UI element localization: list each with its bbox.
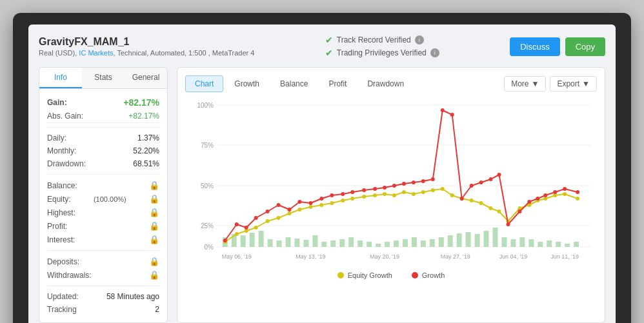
svg-text:Jun 11, '19: Jun 11, '19 [550, 253, 579, 260]
svg-text:75%: 75% [201, 142, 214, 149]
svg-point-105 [362, 188, 366, 192]
svg-text:May 13, '19: May 13, '19 [296, 253, 325, 260]
svg-point-63 [297, 208, 301, 211]
chart-container: 100% 75% 50% 25% 0% May 06, '19 May 13, … [185, 99, 597, 279]
withdrawals-row: Withdrawals: 🔒 [47, 268, 159, 282]
account-title: GravityFX_MAM_1 [39, 36, 254, 48]
legend-growth: Growth [412, 271, 445, 279]
tab-general[interactable]: General [125, 68, 167, 88]
monthly-row: Monthly: 52.20% [47, 144, 159, 157]
copy-button[interactable]: Copy [565, 37, 605, 56]
header-left: GravityFX_MAM_1 Real (USD), IC Markets, … [39, 36, 254, 57]
chart-tabs-row: Chart Growth Balance Profit Drawdown Mor… [185, 75, 597, 92]
svg-point-107 [383, 186, 387, 190]
svg-rect-22 [277, 240, 282, 247]
svg-point-94 [245, 226, 248, 230]
svg-rect-24 [294, 239, 299, 247]
chart-tab-chart[interactable]: Chart [185, 75, 223, 92]
equity-label: Equity: [47, 195, 71, 204]
svg-rect-34 [385, 242, 390, 247]
svg-rect-45 [484, 231, 489, 247]
svg-rect-44 [475, 234, 480, 247]
ic-markets-link[interactable]: IC Markets [79, 49, 113, 57]
svg-rect-43 [466, 232, 471, 247]
info-icon-track[interactable]: i [415, 35, 424, 44]
more-chevron-icon: ▼ [532, 79, 539, 88]
svg-point-102 [330, 193, 334, 197]
chart-svg: 100% 75% 50% 25% 0% May 06, '19 May 13, … [185, 99, 597, 266]
svg-rect-31 [357, 240, 363, 247]
svg-point-92 [223, 239, 227, 242]
svg-point-125 [553, 190, 557, 194]
daily-value: 1.37% [137, 133, 159, 142]
left-panel: Info Stats General Gain: +82.17% Abs. Ga… [39, 67, 168, 323]
svg-rect-54 [565, 244, 570, 247]
deposits-lock-icon: 🔒 [149, 257, 159, 266]
svg-rect-21 [268, 239, 273, 247]
svg-point-82 [489, 206, 493, 210]
laptop-frame: GravityFX_MAM_1 Real (USD), IC Markets, … [13, 13, 631, 323]
chart-tab-balance[interactable]: Balance [270, 75, 317, 92]
svg-point-69 [362, 195, 366, 199]
svg-rect-27 [321, 242, 327, 247]
info-icon-trading[interactable]: i [430, 48, 439, 57]
updated-row: Updated: 58 Minutes ago [47, 290, 159, 303]
track-record-label: Track Record Verified [337, 35, 411, 44]
equity-growth-label: Equity Growth [348, 271, 392, 279]
svg-text:May 20, '19: May 20, '19 [370, 253, 399, 260]
svg-rect-36 [403, 239, 408, 247]
svg-point-110 [412, 181, 416, 184]
svg-point-77 [441, 187, 445, 191]
tab-stats[interactable]: Stats [82, 68, 125, 88]
svg-text:0%: 0% [204, 244, 214, 251]
track-record-verified: ✔ Track Record Verified i [325, 35, 439, 45]
trading-privileges-label: Trading Privileges Verified [337, 48, 427, 57]
svg-point-126 [563, 187, 567, 191]
balance-row: Balance: 🔒 [47, 179, 159, 192]
tracking-label: Tracking [47, 305, 77, 314]
gain-value: +82.17% [123, 97, 159, 108]
daily-label: Daily: [47, 133, 66, 142]
chart-tab-growth[interactable]: Growth [225, 75, 269, 92]
interest-label: Interest: [47, 235, 75, 244]
svg-rect-35 [394, 240, 399, 247]
svg-point-61 [277, 216, 281, 220]
svg-point-90 [563, 192, 567, 196]
svg-point-112 [431, 177, 435, 181]
svg-point-97 [277, 203, 281, 207]
svg-rect-50 [528, 239, 534, 247]
drawdown-value: 68.51% [133, 159, 159, 168]
svg-point-124 [543, 193, 547, 197]
svg-text:Jun 04, '19: Jun 04, '19 [499, 253, 528, 260]
svg-point-72 [392, 193, 396, 197]
equity-row: Equity: (100.00%) 🔒 [47, 192, 159, 206]
discuss-button[interactable]: Discuss [510, 37, 560, 56]
chart-tab-profit[interactable]: Profit [319, 75, 356, 92]
svg-rect-26 [312, 235, 317, 247]
interest-lock-icon: 🔒 [149, 235, 159, 244]
svg-point-119 [497, 173, 501, 177]
svg-rect-28 [330, 240, 336, 247]
svg-point-62 [288, 211, 292, 215]
svg-point-71 [383, 192, 387, 196]
svg-point-65 [319, 203, 323, 207]
svg-text:May 27, '19: May 27, '19 [441, 253, 470, 260]
chart-actions: More ▼ Export ▼ [504, 76, 597, 92]
profit-lock-icon: 🔒 [149, 221, 159, 231]
svg-point-99 [297, 200, 301, 204]
more-button[interactable]: More ▼ [504, 76, 546, 92]
tab-info[interactable]: Info [39, 68, 82, 88]
export-button[interactable]: Export ▼ [550, 76, 597, 92]
highest-label: Highest: [47, 208, 75, 217]
deposits-row: Deposits: 🔒 [47, 255, 159, 268]
drawdown-label: Drawdown: [47, 159, 86, 168]
trading-privileges-verified: ✔ Trading Privileges Verified i [325, 48, 439, 58]
svg-rect-29 [339, 239, 345, 247]
export-label: Export [557, 79, 579, 88]
svg-rect-41 [448, 235, 453, 247]
check-icon-track: ✔ [325, 35, 333, 45]
chart-legend: Equity Growth Growth [185, 271, 597, 279]
chart-tab-drawdown[interactable]: Drawdown [357, 75, 414, 92]
svg-point-60 [266, 219, 270, 223]
header-actions: Discuss Copy [510, 37, 605, 56]
